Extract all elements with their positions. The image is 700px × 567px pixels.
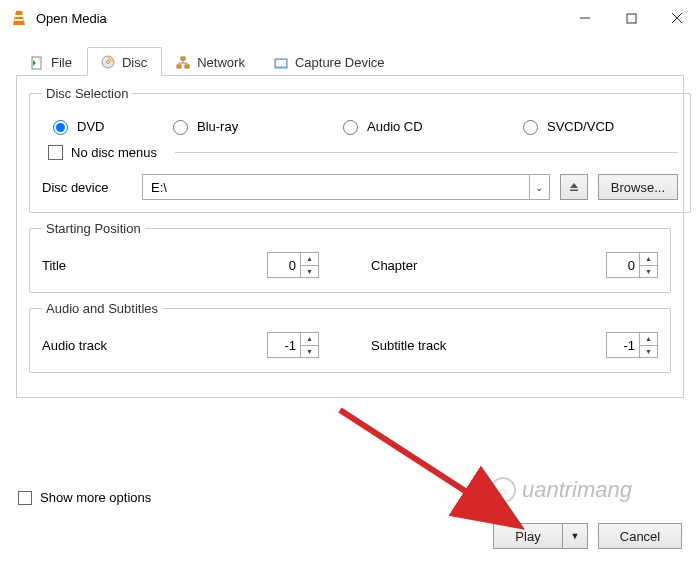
starting-position-legend: Starting Position bbox=[42, 221, 145, 236]
chapter-down[interactable]: ▼ bbox=[640, 266, 657, 278]
svg-rect-13 bbox=[177, 65, 181, 68]
window-title: Open Media bbox=[36, 11, 562, 26]
radio-svcdvcd-input[interactable] bbox=[523, 120, 538, 135]
tabs: File Disc Network Capture Device bbox=[16, 46, 684, 76]
audio-track-label: Audio track bbox=[42, 338, 132, 353]
chevron-down-icon[interactable]: ⌄ bbox=[529, 175, 549, 199]
tab-disc[interactable]: Disc bbox=[87, 47, 162, 76]
play-dropdown[interactable]: ▼ bbox=[563, 523, 588, 549]
tab-panel-disc: Disc Selection DVD Blu-ray Audio CD SVCD… bbox=[16, 76, 684, 398]
radio-bluray-label: Blu-ray bbox=[197, 119, 238, 134]
vlc-icon bbox=[10, 9, 28, 27]
divider bbox=[175, 152, 678, 153]
disc-device-label: Disc device bbox=[42, 180, 132, 195]
cancel-label: Cancel bbox=[620, 529, 660, 544]
audio-subtitles-group: Audio and Subtitles Audio track -1 ▲▼ Su… bbox=[29, 301, 671, 373]
network-icon bbox=[175, 55, 191, 71]
subtitle-down[interactable]: ▼ bbox=[640, 346, 657, 358]
radio-audiocd[interactable]: Audio CD bbox=[338, 117, 518, 135]
subtitle-track-value: -1 bbox=[607, 333, 639, 357]
svg-marker-0 bbox=[13, 11, 25, 25]
no-disc-menus-checkbox[interactable] bbox=[48, 145, 63, 160]
tab-capture-label: Capture Device bbox=[295, 55, 385, 70]
eject-button[interactable] bbox=[560, 174, 588, 200]
chevron-down-icon: ▼ bbox=[571, 531, 580, 541]
chapter-up[interactable]: ▲ bbox=[640, 253, 657, 266]
maximize-button[interactable] bbox=[608, 0, 654, 36]
svg-rect-1 bbox=[15, 15, 23, 17]
title-value: 0 bbox=[268, 253, 300, 277]
radio-dvd[interactable]: DVD bbox=[48, 117, 168, 135]
close-button[interactable] bbox=[654, 0, 700, 36]
titlebar: Open Media bbox=[0, 0, 700, 36]
radio-bluray-input[interactable] bbox=[173, 120, 188, 135]
tab-file-label: File bbox=[51, 55, 72, 70]
disc-device-combo[interactable]: E:\ ⌄ bbox=[142, 174, 550, 200]
radio-svcdvcd[interactable]: SVCD/VCD bbox=[518, 117, 678, 135]
browse-button[interactable]: Browse... bbox=[598, 174, 678, 200]
subtitle-track-spinner[interactable]: -1 ▲▼ bbox=[606, 332, 658, 358]
audio-up[interactable]: ▲ bbox=[301, 333, 318, 346]
svg-rect-12 bbox=[181, 57, 185, 60]
disc-selection-group: Disc Selection DVD Blu-ray Audio CD SVCD… bbox=[29, 86, 691, 213]
title-up[interactable]: ▲ bbox=[301, 253, 318, 266]
capture-icon bbox=[273, 55, 289, 71]
svg-marker-21 bbox=[570, 183, 578, 188]
svg-rect-14 bbox=[185, 65, 189, 68]
radio-svcdvcd-label: SVCD/VCD bbox=[547, 119, 614, 134]
window-controls bbox=[562, 0, 700, 36]
tab-file[interactable]: File bbox=[16, 47, 87, 76]
audio-down[interactable]: ▼ bbox=[301, 346, 318, 358]
radio-bluray[interactable]: Blu-ray bbox=[168, 117, 338, 135]
minimize-button[interactable] bbox=[562, 0, 608, 36]
title-label: Title bbox=[42, 258, 132, 273]
audio-track-value: -1 bbox=[268, 333, 300, 357]
title-spinner[interactable]: 0 ▲▼ bbox=[267, 252, 319, 278]
radio-audiocd-label: Audio CD bbox=[367, 119, 423, 134]
play-label: Play bbox=[515, 529, 540, 544]
audio-track-spinner[interactable]: -1 ▲▼ bbox=[267, 332, 319, 358]
subtitle-track-label: Subtitle track bbox=[371, 338, 471, 353]
tab-capture[interactable]: Capture Device bbox=[260, 47, 400, 76]
svg-rect-2 bbox=[15, 19, 24, 21]
svg-rect-4 bbox=[627, 14, 636, 23]
show-more-checkbox[interactable] bbox=[18, 491, 32, 505]
radio-dvd-label: DVD bbox=[77, 119, 104, 134]
browse-label: Browse... bbox=[611, 180, 665, 195]
chapter-value: 0 bbox=[607, 253, 639, 277]
svg-rect-20 bbox=[276, 60, 286, 66]
show-more-label: Show more options bbox=[40, 490, 151, 505]
no-disc-menus-label: No disc menus bbox=[71, 145, 157, 160]
chapter-spinner[interactable]: 0 ▲▼ bbox=[606, 252, 658, 278]
disc-selection-legend: Disc Selection bbox=[42, 86, 132, 101]
cancel-button[interactable]: Cancel bbox=[598, 523, 682, 549]
disc-device-value: E:\ bbox=[143, 180, 529, 195]
audio-subtitles-legend: Audio and Subtitles bbox=[42, 301, 162, 316]
chapter-label: Chapter bbox=[371, 258, 471, 273]
svg-rect-22 bbox=[570, 190, 578, 192]
radio-dvd-input[interactable] bbox=[53, 120, 68, 135]
tab-disc-label: Disc bbox=[122, 55, 147, 70]
play-button[interactable]: Play bbox=[493, 523, 563, 549]
file-icon bbox=[29, 55, 45, 71]
starting-position-group: Starting Position Title 0 ▲▼ Chapter 0 ▲… bbox=[29, 221, 671, 293]
disc-icon bbox=[100, 54, 116, 70]
tab-network[interactable]: Network bbox=[162, 47, 260, 76]
radio-audiocd-input[interactable] bbox=[343, 120, 358, 135]
subtitle-up[interactable]: ▲ bbox=[640, 333, 657, 346]
title-down[interactable]: ▼ bbox=[301, 266, 318, 278]
tab-network-label: Network bbox=[197, 55, 245, 70]
